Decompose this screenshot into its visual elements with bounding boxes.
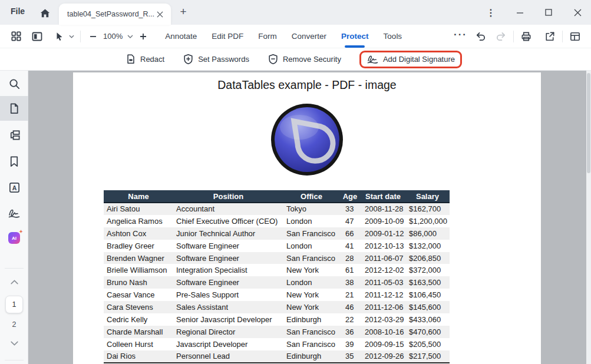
scrollbar-thumb[interactable] bbox=[587, 73, 590, 173]
svg-text:A: A bbox=[12, 184, 16, 191]
redact-icon bbox=[126, 54, 136, 65]
share-export-icon[interactable] bbox=[542, 29, 557, 44]
select-cursor-icon[interactable] bbox=[52, 29, 67, 44]
zoom-dropdown-icon[interactable] bbox=[125, 29, 136, 44]
new-tab-button[interactable]: + bbox=[177, 5, 190, 18]
table-cell: 2011-12-12 bbox=[361, 289, 405, 301]
tab-form[interactable]: Form bbox=[258, 25, 277, 48]
tab-annotate[interactable]: Annotate bbox=[165, 25, 197, 48]
table-header: NamePositionOfficeAgeStart dateSalary bbox=[104, 190, 450, 203]
table-cell: 2011-05-03 bbox=[361, 276, 405, 289]
zoom-out-icon[interactable] bbox=[85, 29, 101, 44]
table-cell: Cara Stevens bbox=[104, 301, 173, 313]
plus-icon: + bbox=[180, 5, 186, 18]
table-cell: 2011-06-07 bbox=[361, 252, 405, 264]
table-cell: 47 bbox=[339, 215, 361, 227]
next-page-button[interactable] bbox=[0, 337, 28, 349]
table-cell: Angelica Ramos bbox=[104, 215, 173, 227]
previous-page-button[interactable] bbox=[0, 276, 28, 288]
thumbnail-grid-icon[interactable] bbox=[8, 29, 24, 44]
table-cell: Edinburgh bbox=[283, 313, 339, 326]
sidebar-text-annotation-button[interactable]: A bbox=[0, 175, 28, 200]
page-number-current[interactable]: 1 bbox=[5, 296, 23, 313]
minimize-icon[interactable] bbox=[513, 6, 526, 19]
pdf-table-body: Airi SatouAccountantTokyo332008-11-28$16… bbox=[104, 203, 450, 363]
text-annotation-icon: A bbox=[8, 181, 21, 194]
redo-icon[interactable] bbox=[493, 29, 509, 44]
sidebar-ai-assistant-button[interactable]: AI bbox=[0, 226, 28, 250]
table-cell: Colleen Hurst bbox=[104, 338, 173, 350]
table-cell: 2012-10-13 bbox=[361, 240, 405, 252]
close-icon[interactable] bbox=[571, 6, 584, 19]
table-cell: $470,600 bbox=[405, 326, 450, 338]
sidebar-signature-button[interactable] bbox=[0, 201, 28, 226]
table-row: Airi SatouAccountantTokyo332008-11-28$16… bbox=[104, 203, 450, 215]
table-cell: 2008-11-28 bbox=[361, 203, 405, 215]
table-cell: $206,850 bbox=[405, 252, 450, 264]
table-cell: 36 bbox=[339, 326, 361, 338]
print-icon[interactable] bbox=[519, 29, 534, 44]
outline-icon bbox=[8, 129, 21, 141]
chevron-down-icon bbox=[11, 341, 18, 346]
table-cell: Dai Rios bbox=[104, 350, 173, 363]
title-bar: File table04_SetPassword_R... + ⋮ bbox=[0, 0, 591, 25]
table-cell: $372,000 bbox=[405, 264, 450, 276]
sidebar-bookmark-button[interactable] bbox=[0, 149, 28, 174]
tab-converter[interactable]: Converter bbox=[292, 25, 326, 48]
table-cell: 39 bbox=[339, 338, 361, 350]
more-tools-icon[interactable]: ··· bbox=[454, 29, 467, 41]
table-cell: 21 bbox=[339, 289, 361, 301]
undo-icon[interactable] bbox=[473, 29, 488, 44]
table-cell: Software Engineer bbox=[173, 240, 283, 252]
table-cell: Tokyo bbox=[283, 203, 339, 215]
table-header-row: NamePositionOfficeAgeStart dateSalary bbox=[104, 190, 450, 203]
table-cell: 2009-09-15 bbox=[361, 338, 405, 350]
tab-close-icon[interactable] bbox=[154, 9, 165, 19]
cursor-dropdown-icon[interactable] bbox=[67, 29, 75, 44]
zoom-in-icon[interactable] bbox=[136, 29, 151, 44]
chevron-up-icon bbox=[11, 280, 18, 284]
more-menu-icon[interactable]: ⋮ bbox=[484, 6, 497, 19]
tab-tools[interactable]: Tools bbox=[384, 25, 402, 48]
table-cell: San Francisco bbox=[283, 227, 339, 240]
file-menu[interactable]: File bbox=[11, 6, 25, 16]
page-layout-icon[interactable] bbox=[567, 29, 583, 44]
table-cell: Senior Javascript Developer bbox=[173, 313, 283, 326]
table-row: Dai RiosPersonnel LeadEdinburgh352012-09… bbox=[104, 350, 450, 363]
sidebar-divider-bottom bbox=[5, 360, 24, 360]
vertical-scrollbar[interactable] bbox=[586, 71, 591, 364]
set-passwords-button[interactable]: Set Passwords bbox=[183, 54, 249, 65]
table-cell: $205,500 bbox=[405, 338, 450, 350]
ai-assistant-icon: AI bbox=[8, 232, 20, 244]
set-passwords-label: Set Passwords bbox=[198, 55, 249, 64]
tab-edit-pdf[interactable]: Edit PDF bbox=[212, 25, 243, 48]
add-digital-signature-button[interactable]: Add Digital Signature bbox=[367, 54, 455, 65]
signature-panel-icon bbox=[8, 208, 21, 219]
document-tab[interactable]: table04_SetPassword_R... bbox=[59, 4, 171, 25]
home-button[interactable] bbox=[38, 6, 52, 20]
table-cell: Personnel Lead bbox=[173, 350, 283, 363]
shield-minus-icon bbox=[268, 54, 279, 65]
table-cell: 35 bbox=[339, 350, 361, 363]
column-header: Start date bbox=[361, 190, 405, 203]
side-panel-icon[interactable] bbox=[29, 29, 45, 44]
highlight-box: Add Digital Signature bbox=[359, 51, 462, 68]
table-cell: Accountant bbox=[173, 203, 283, 215]
left-sidebar: A AI 1 2 bbox=[0, 71, 28, 364]
table-row: Bruno NashSoftware EngineerLondon382011-… bbox=[104, 276, 450, 289]
remove-security-button[interactable]: Remove Security bbox=[268, 54, 341, 65]
sidebar-outline-button[interactable] bbox=[0, 123, 28, 147]
table-row: Angelica RamosChief Executive Officer (C… bbox=[104, 215, 450, 227]
table-cell: Caesar Vance bbox=[104, 289, 173, 301]
tab-protect[interactable]: Protect bbox=[341, 25, 369, 48]
page-number-2[interactable]: 2 bbox=[0, 319, 28, 330]
sidebar-page-thumbnails-button[interactable] bbox=[0, 96, 28, 121]
sidebar-divider bbox=[5, 268, 24, 269]
table-row: Ashton CoxJunior Technical AuthorSan Fra… bbox=[104, 227, 450, 240]
table-cell: San Francisco bbox=[283, 252, 339, 264]
sidebar-search-button[interactable] bbox=[0, 71, 28, 96]
maximize-icon[interactable] bbox=[542, 6, 555, 19]
redact-label: Redact bbox=[140, 55, 164, 64]
table-cell: 28 bbox=[339, 252, 361, 264]
redact-button[interactable]: Redact bbox=[126, 54, 164, 65]
